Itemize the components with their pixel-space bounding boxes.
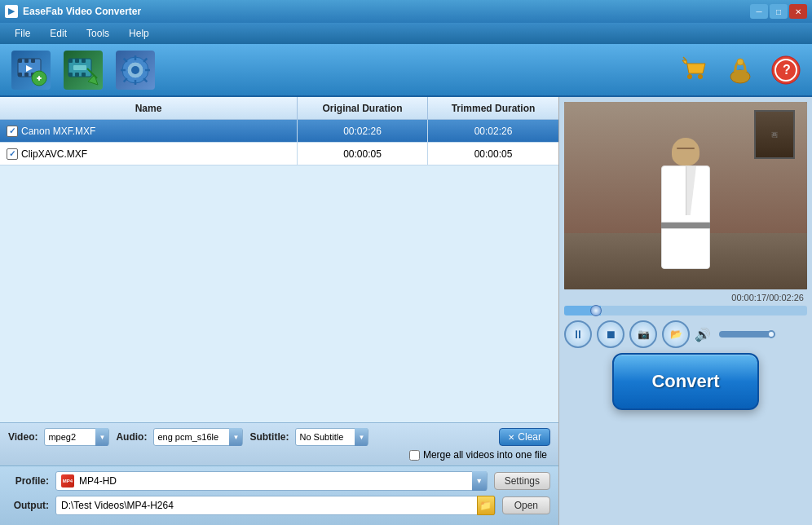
svg-rect-3 <box>31 59 35 63</box>
svg-rect-4 <box>18 73 22 77</box>
volume-slider[interactable] <box>719 331 807 338</box>
subtitle-dropdown[interactable]: No Subtitle ▼ <box>295 428 368 446</box>
output-path-field[interactable]: D:\Test Videos\MP4-H264 📁 <box>55 496 496 515</box>
open-output-button[interactable]: Open <box>502 496 550 514</box>
table-empty-area <box>0 260 558 423</box>
svg-line-35 <box>683 57 686 60</box>
camera-icon: 📷 <box>638 329 650 340</box>
audio-dropdown[interactable]: eng pcm_s16le ▼ <box>153 428 243 446</box>
video-frame: 画 <box>564 102 807 289</box>
video-dropdown-arrow: ▼ <box>95 428 108 446</box>
clear-icon: ✕ <box>508 433 514 442</box>
convert-button-section: Convert <box>564 353 807 410</box>
register-button[interactable] <box>722 52 758 88</box>
svg-rect-10 <box>38 76 40 81</box>
window-controls: ─ □ ✕ <box>750 4 807 19</box>
profile-dropdown[interactable]: MP4 MP4-HD ▼ <box>55 471 488 491</box>
settings-icon <box>116 51 155 90</box>
menu-help[interactable]: Help <box>121 26 157 41</box>
row1-name: Canon MXF.MXF <box>21 126 95 137</box>
browse-folder-button[interactable]: 📁 <box>477 496 495 515</box>
folder-open-icon: 📂 <box>670 329 682 340</box>
playback-controls: ⏸ ⏹ 📷 📂 🔊 <box>564 319 807 350</box>
row1-checkbox[interactable] <box>7 126 18 137</box>
profile-value: MP4-HD <box>79 475 467 487</box>
audio-label: Audio: <box>116 431 147 443</box>
app-icon: ▶ <box>5 5 18 18</box>
subtitle-dropdown-arrow: ▼ <box>355 428 368 446</box>
svg-text:?: ? <box>783 63 791 77</box>
col-trimmed: Trimmed Duration <box>428 97 558 119</box>
video-preview: 画 <box>564 102 807 289</box>
file-list-section: Name Original Duration Trimmed Duration … <box>0 97 559 525</box>
volume-icon[interactable]: 🔊 <box>695 327 711 342</box>
menu-tools[interactable]: Tools <box>78 26 117 41</box>
video-preview-section: 画 <box>559 97 812 525</box>
menu-file[interactable]: File <box>7 26 38 41</box>
table-row[interactable]: Canon MXF.MXF 00:02:26 00:02:26 <box>0 120 558 143</box>
seek-thumb[interactable] <box>590 305 602 316</box>
stop-button[interactable]: ⏹ <box>597 320 624 348</box>
svg-rect-37 <box>734 70 747 72</box>
clear-label: Clear <box>518 431 541 443</box>
output-row: Output: D:\Test Videos\MP4-H264 📁 Open <box>8 496 550 515</box>
settings-toolbar-button[interactable] <box>113 47 158 93</box>
video-dropdown[interactable]: mpeg2 ▼ <box>44 428 109 446</box>
svg-rect-14 <box>82 59 86 63</box>
volume-thumb[interactable] <box>767 330 775 338</box>
table-row[interactable]: ClipXAVC.MXF 00:00:05 00:00:05 <box>0 143 558 165</box>
maximize-button[interactable]: □ <box>770 4 788 19</box>
main-area: Name Original Duration Trimmed Duration … <box>0 97 812 525</box>
convert-button[interactable]: Convert <box>612 353 759 410</box>
svg-rect-18 <box>73 65 86 70</box>
svg-line-31 <box>124 78 127 82</box>
clear-button[interactable]: ✕ Clear <box>499 428 550 446</box>
help-button[interactable]: ? <box>768 52 804 88</box>
merge-checkbox[interactable] <box>409 450 420 461</box>
output-label: Output: <box>8 500 49 511</box>
svg-point-36 <box>730 70 750 83</box>
pause-icon: ⏸ <box>572 328 584 341</box>
svg-rect-15 <box>68 73 73 77</box>
edit-video-button[interactable] <box>60 47 106 93</box>
app-title: EaseFab Video Converter <box>23 6 141 17</box>
video-timestamp: 00:00:17/00:02:26 <box>564 293 807 302</box>
profile-settings-button[interactable]: Settings <box>494 472 550 490</box>
table-rows: Canon MXF.MXF 00:02:26 00:02:26 ClipXAVC… <box>0 120 558 165</box>
mp4-icon: MP4 <box>61 474 74 488</box>
svg-line-28 <box>124 58 127 61</box>
svg-point-34 <box>698 74 703 79</box>
svg-rect-16 <box>75 73 79 77</box>
row1-name-cell: Canon MXF.MXF <box>0 120 298 142</box>
close-button[interactable]: ✕ <box>789 4 807 19</box>
file-table: Name Original Duration Trimmed Duration … <box>0 97 558 260</box>
row2-checkbox[interactable] <box>7 148 18 160</box>
buy-button[interactable] <box>677 52 713 88</box>
profile-label: Profile: <box>8 475 49 487</box>
svg-rect-1 <box>18 59 22 63</box>
svg-point-33 <box>687 74 692 79</box>
audio-dropdown-arrow: ▼ <box>229 428 242 446</box>
minimize-button[interactable]: ─ <box>750 4 768 19</box>
subtitle-value: No Subtitle <box>299 432 353 442</box>
pause-button[interactable]: ⏸ <box>564 320 592 348</box>
stop-icon: ⏹ <box>605 328 616 341</box>
svg-rect-5 <box>24 73 29 77</box>
svg-line-30 <box>143 58 147 61</box>
row2-original: 00:00:05 <box>298 143 428 165</box>
svg-rect-13 <box>75 59 79 63</box>
folder-icon: 📁 <box>479 500 492 511</box>
snapshot-button[interactable]: 📷 <box>629 320 657 348</box>
seek-bar[interactable] <box>564 306 807 315</box>
title-bar: ▶ EaseFab Video Converter ─ □ ✕ <box>0 0 812 23</box>
row2-name: ClipXAVC.MXF <box>21 148 87 160</box>
col-original: Original Duration <box>298 97 428 119</box>
open-folder-button[interactable]: 📂 <box>662 320 690 348</box>
svg-point-38 <box>737 59 744 65</box>
row1-trimmed: 00:02:26 <box>428 120 558 142</box>
svg-rect-17 <box>82 73 86 77</box>
row2-name-cell: ClipXAVC.MXF <box>0 143 298 165</box>
menu-edit[interactable]: Edit <box>42 26 75 41</box>
add-video-button[interactable] <box>8 47 54 93</box>
col-name: Name <box>0 97 298 119</box>
